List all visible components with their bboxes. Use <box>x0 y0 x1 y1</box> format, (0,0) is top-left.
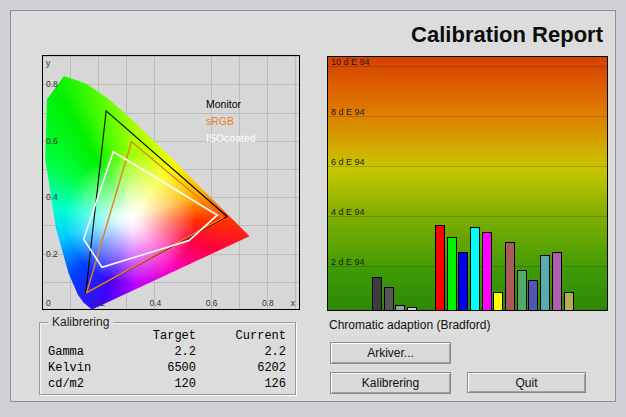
bar-cadet-blue <box>540 255 550 311</box>
axis-tick-label: 0.8 <box>46 79 58 89</box>
axis-tick-label: 4 d E 94 <box>331 207 365 217</box>
arkiver-button[interactable]: Arkiver... <box>330 342 451 364</box>
axis-tick-label: x <box>291 298 295 308</box>
bar-green <box>447 237 457 310</box>
axis-tick-label: 10 d E 94 <box>331 57 370 67</box>
bar-indian-red <box>505 242 515 310</box>
bar-gray <box>395 305 405 311</box>
cie-chromaticity-chart: Monitor sRGB ISOcoated 0.20.40.60.80.80.… <box>42 55 300 310</box>
chromatic-adaption-caption: Chromatic adaption (Bradford) <box>329 318 490 332</box>
gamut-triangles <box>43 56 299 309</box>
axis-tick-label: 8 d E 94 <box>331 107 365 117</box>
bar-blue <box>458 252 468 310</box>
bar-light-gray <box>407 307 417 310</box>
axis-tick-label: 0.8 <box>256 298 280 308</box>
legend-item-srgb: sRGB <box>206 113 256 130</box>
gridline <box>328 216 607 217</box>
col-header-current: Current <box>196 328 286 344</box>
bar-sea-green <box>517 270 527 311</box>
gridline <box>328 66 607 67</box>
axis-tick-label: 0.2 <box>46 249 58 259</box>
table-row: Kelvin65006202 <box>48 360 286 376</box>
legend-item-monitor: Monitor <box>206 96 256 113</box>
table-row: cd/m2120126 <box>48 376 286 392</box>
gamut-outline-ISOcoated <box>84 152 218 268</box>
bar-orchid <box>552 252 562 310</box>
quit-button[interactable]: Quit <box>467 372 586 393</box>
page-title: Calibration Report <box>411 22 603 48</box>
axis-tick-label: 0.4 <box>46 192 58 202</box>
gridline <box>328 116 607 117</box>
calibration-report-window: Calibration Report Monitor sRGB ISOcoate… <box>10 10 616 402</box>
calibration-table: Target Current Gamma2.22.2Kelvin65006202… <box>48 328 286 392</box>
axis-tick-label: 0 <box>46 298 51 308</box>
axis-tick-label: 2 d E 94 <box>331 257 365 267</box>
gamut-legend: Monitor sRGB ISOcoated <box>206 96 256 147</box>
bar-magenta <box>482 232 492 310</box>
bar-slate-blue <box>528 280 538 311</box>
bar-black <box>372 277 382 310</box>
delta-e-bar-chart: 2 d E 944 d E 946 d E 948 d E 9410 d E 9… <box>327 56 608 311</box>
bar-red <box>435 225 445 311</box>
gridline <box>328 166 607 167</box>
groupbox-label: Kalibrering <box>48 315 113 329</box>
axis-tick-label: y <box>46 58 50 68</box>
axis-tick-label: 0.2 <box>87 298 111 308</box>
bar-dark-gray <box>384 287 394 310</box>
axis-tick-label: 0.6 <box>46 136 58 146</box>
axis-tick-label: 6 d E 94 <box>331 157 365 167</box>
bar-cyan <box>470 227 480 310</box>
bar-dark-khaki <box>564 292 574 310</box>
legend-item-isocoated: ISOcoated <box>206 130 256 147</box>
col-header-target: Target <box>140 328 196 344</box>
table-row: Gamma2.22.2 <box>48 344 286 360</box>
axis-tick-label: 0.4 <box>143 298 167 308</box>
bar-yellow <box>493 292 503 310</box>
axis-tick-label: 0.6 <box>200 298 224 308</box>
gamut-outline-sRGB <box>87 142 223 293</box>
kalibrering-button[interactable]: Kalibrering <box>330 372 451 394</box>
kalibrering-groupbox: Kalibrering Target Current Gamma2.22.2Ke… <box>39 322 296 395</box>
table-header-row: Target Current <box>48 328 286 344</box>
